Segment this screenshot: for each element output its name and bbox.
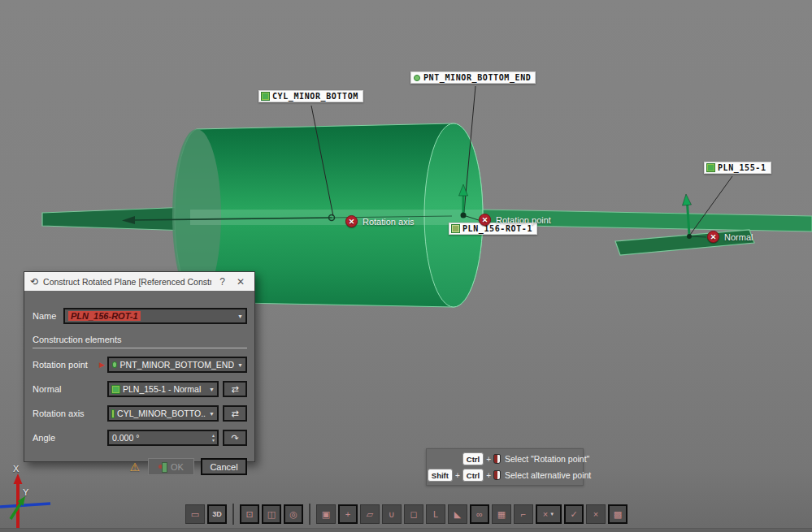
active-field-arrow-icon: ▶ [99,361,105,369]
select-surface-button[interactable]: ▣ [316,504,336,524]
label-pnt-minor-bottom-end[interactable]: PNT_MINOR_BOTTOM_END [410,71,536,84]
annotation-rotation-point[interactable]: ✕ Rotation point [479,214,551,226]
swap-icon: ⇄ [231,385,238,394]
flip-normal-button[interactable]: ⇄ [223,381,247,397]
transform-tools-button[interactable]: ×▼ [536,504,562,524]
label-pln-155-1[interactable]: PLN_155-1 [704,162,771,174]
rotate-icon: ↷ [231,434,238,443]
ok-button[interactable]: OK [148,458,194,475]
plus-sign: + [486,455,491,464]
select-chain-button[interactable]: ∞ [470,504,489,524]
label-text: PNT_MINOR_BOTTOM_END [423,73,531,82]
warning-icon: ⚠ [129,461,140,474]
triad-x-label: X [13,464,19,474]
select-circle-button[interactable]: ◎ [284,504,303,524]
hint-row1-text: Select "Rotation point" [505,452,591,465]
chevron-down-icon[interactable]: ▼ [237,362,243,368]
hint-row2-text: Select alternative point [505,469,591,482]
help-button[interactable]: ? [216,276,228,288]
dialog-titlebar[interactable]: ⟲ Construct Rotated Plane [Referenced Co… [24,272,254,291]
flip-axis-button[interactable]: ⇄ [223,405,247,422]
ok-label: OK [171,462,184,472]
spin-up-icon[interactable]: ▲ [211,434,215,438]
view-3d-icon: 3D [212,511,222,518]
select-link-button[interactable]: ∪ [382,504,402,524]
cancel-selection-button[interactable]: × [586,504,606,524]
normal-arrow [688,203,690,235]
select-through-surface-button[interactable]: + [338,504,358,524]
color-mode-icon: ▩ [614,510,622,519]
rotate-plane-icon: ⟲ [30,277,38,287]
remove-icon[interactable]: ✕ [707,231,719,243]
select-grid-button[interactable]: ▦ [492,504,511,524]
rotation-point-value: PNT_MINOR_BOTTOM_END [120,360,234,370]
confirm-selection-button[interactable]: ✓ [564,504,584,524]
deselect-area-button[interactable]: ◻ [404,504,423,524]
chevron-down-icon[interactable]: ▼ [209,387,215,392]
point-icon [112,361,117,368]
chevron-down-icon[interactable]: ▼ [549,512,554,517]
rotation-axis-label: Rotation axis [33,409,85,418]
name-dropdown[interactable]: PLN_156-ROT-1 ▼ [63,308,247,324]
split-view-button[interactable]: ◫ [262,504,281,524]
rotation-axis-dropdown[interactable]: CYL_MINOR_BOTTO.. ▼ [107,405,219,422]
section-construction-elements: Construction elements [33,335,247,348]
triad-x-arrowhead [14,474,23,484]
application-window: X Y CYL_MINOR_BOTTOM PNT_MINOR_BOTTOM_EN… [0,0,812,532]
normal-value: PLN_155-1 - Normal [123,384,201,394]
chevron-down-icon[interactable]: ▼ [237,314,243,319]
select-corner-button[interactable]: L [426,504,445,524]
close-button[interactable]: ✕ [233,276,248,288]
select-chain-icon: ∞ [476,510,483,519]
plane-strip-left[interactable] [42,207,189,231]
swap-icon: ⇄ [231,409,238,418]
normal-base-point [687,234,692,239]
create-element-icon [158,462,168,471]
confirm-selection-icon: ✓ [570,510,577,519]
select-surface-icon: ▣ [322,510,330,519]
shift-keycap: Shift [428,469,453,482]
view-3d-button[interactable]: 3D [207,504,227,524]
remove-icon[interactable]: ✕ [479,214,491,226]
name-label: Name [33,311,62,321]
normal-dropdown[interactable]: PLN_155-1 - Normal ▼ [107,381,219,397]
normal-label: Normal [33,384,61,394]
dialog-body: Name PLN_156-ROT-1 ▼ Construction elemen… [24,291,254,475]
label-cyl-minor-bottom[interactable]: CYL_MINOR_BOTTOM [258,90,363,102]
cylinder-icon [262,93,269,100]
select-polygon-button[interactable]: ▱ [360,504,380,524]
plane-icon [112,386,119,393]
rotation-point-marker [461,213,467,218]
chevron-down-icon[interactable]: ▼ [209,411,215,417]
remove-icon[interactable]: ✕ [345,215,358,227]
spin-down-icon[interactable]: ▼ [211,439,215,443]
deselect-area-icon: ◻ [410,510,417,519]
selection-toolbar: ▭3D⊡◫◎▣+▱∪◻L◣∞▦⌐×▼✓×▩ [185,504,627,525]
cancel-label: Cancel [210,462,237,472]
label-text: CYL_MINOR_BOTTOM [272,92,358,101]
construct-rotated-plane-dialog: ⟲ Construct Rotated Plane [Referenced Co… [24,271,255,462]
invert-rotation-button[interactable]: ↷ [223,430,247,446]
annotation-rotation-axis[interactable]: ✕ Rotation axis [345,215,415,227]
select-rectangle-button[interactable]: ⊡ [240,504,259,524]
select-step-button[interactable]: ⌐ [514,504,533,524]
annotation-text: Normal [724,232,753,242]
angle-value[interactable]: 0.000 ° [112,433,139,443]
annotation-normal[interactable]: ✕ Normal [707,231,753,243]
name-value[interactable]: PLN_156-ROT-1 [68,311,141,321]
cancel-selection-icon: × [593,510,598,519]
hint-row1-keys: Ctrl + [427,452,505,465]
plane-icon [452,225,459,232]
ctrl-keycap: Ctrl [462,452,484,465]
rotation-point-dropdown[interactable]: PNT_MINOR_BOTTOM_END ▼ [107,357,247,373]
media-view-button[interactable]: ▭ [185,504,205,524]
cancel-button[interactable]: Cancel [201,458,247,475]
triad-y-label: Y [23,487,28,497]
select-corner-icon: L [433,510,438,519]
color-mode-button[interactable]: ▩ [608,504,627,524]
select-through-surface-icon: + [345,510,350,519]
window-bottom-edge [0,528,812,532]
select-triangle-button[interactable]: ◣ [448,504,467,524]
angle-spinbox[interactable]: 0.000 ° ▲ ▼ [107,430,219,446]
left-mouse-button-icon [493,470,501,480]
